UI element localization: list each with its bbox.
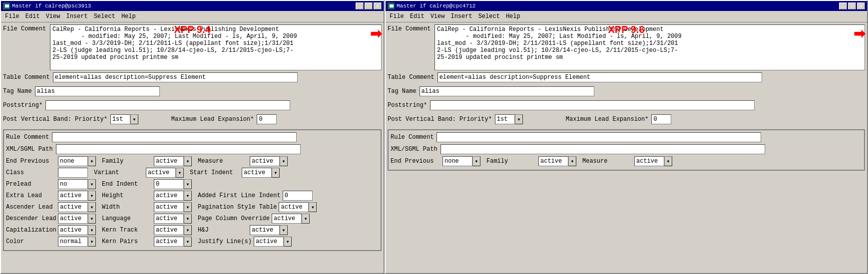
left-variant-dropdown[interactable]: ▼ [146, 168, 184, 178]
left-prelead-dropdown[interactable]: ▼ [58, 179, 96, 189]
right-menu-insert[interactable]: Insert [447, 12, 475, 21]
left-width-dropdown[interactable]: ▼ [154, 202, 192, 212]
right-poststring-input[interactable] [430, 100, 755, 110]
right-minimize-btn[interactable]: _ [839, 2, 847, 9]
left-descender-arrow[interactable]: ▼ [88, 214, 96, 224]
left-justify-arrow[interactable]: ▼ [284, 237, 292, 247]
left-extra-lead-input[interactable] [58, 191, 88, 201]
left-page-col-arrow[interactable]: ▼ [302, 214, 310, 224]
right-family-dropdown[interactable]: ▼ [538, 156, 576, 166]
left-kern-track-dropdown[interactable]: ▼ [154, 225, 192, 235]
left-variant-input[interactable] [146, 168, 176, 178]
left-page-col-input[interactable] [272, 214, 302, 224]
left-class-input[interactable] [58, 168, 88, 178]
left-variant-arrow[interactable]: ▼ [176, 168, 184, 178]
left-end-indent-input[interactable] [154, 179, 184, 189]
left-height-dropdown[interactable]: ▼ [154, 191, 192, 201]
left-max-lead-input[interactable] [257, 114, 277, 124]
right-end-previous-arrow[interactable]: ▼ [472, 156, 480, 166]
left-pagination-input[interactable] [279, 202, 309, 212]
right-max-lead-input[interactable] [651, 114, 671, 124]
left-post-vertical-arrow[interactable]: ▼ [130, 114, 138, 124]
left-prelead-arrow[interactable]: ▼ [88, 179, 96, 189]
right-tag-name-input[interactable] [420, 86, 594, 96]
left-color-arrow[interactable]: ▼ [88, 237, 96, 247]
left-prelead-input[interactable] [58, 179, 88, 189]
right-family-arrow[interactable]: ▼ [568, 156, 576, 166]
left-menu-file[interactable]: File [2, 12, 22, 21]
left-kern-pairs-arrow[interactable]: ▼ [184, 237, 192, 247]
right-table-comment-input[interactable] [437, 72, 762, 82]
left-end-previous-dropdown[interactable]: ▼ [58, 156, 96, 166]
right-close-btn[interactable]: ✕ [857, 2, 865, 9]
left-page-col-dropdown[interactable]: ▼ [272, 214, 310, 224]
left-menu-help[interactable]: Help [118, 12, 139, 21]
left-width-input[interactable] [154, 202, 184, 212]
right-measure-arrow[interactable]: ▼ [664, 156, 672, 166]
left-ascender-dropdown[interactable]: ▼ [58, 202, 96, 212]
right-rule-comment-input[interactable] [436, 132, 761, 142]
left-language-dropdown[interactable]: ▼ [154, 214, 192, 224]
right-family-input[interactable] [538, 156, 568, 166]
left-close-btn[interactable]: ✕ [374, 2, 382, 9]
left-ascender-input[interactable] [58, 202, 88, 212]
left-color-dropdown[interactable]: ▼ [58, 237, 96, 247]
left-width-arrow[interactable]: ▼ [184, 202, 192, 212]
left-extra-lead-dropdown[interactable]: ▼ [58, 191, 96, 201]
left-kern-track-arrow[interactable]: ▼ [184, 225, 192, 235]
left-family-dropdown[interactable]: ▼ [154, 156, 192, 166]
left-hj-arrow[interactable]: ▼ [280, 225, 288, 235]
left-descender-dropdown[interactable]: ▼ [58, 214, 96, 224]
left-color-input[interactable] [58, 237, 88, 247]
left-menu-insert[interactable]: Insert [63, 12, 90, 21]
left-pagination-dropdown[interactable]: ▼ [279, 202, 317, 212]
right-post-vertical-arrow[interactable]: ▼ [515, 114, 523, 124]
right-post-vertical-dropdown[interactable]: ▼ [495, 114, 523, 124]
left-end-indent-arrow[interactable]: ▼ [184, 179, 192, 189]
left-post-vertical-dropdown[interactable]: ▼ [110, 114, 138, 124]
left-kern-pairs-input[interactable] [154, 237, 184, 247]
left-start-indent-input[interactable] [242, 168, 272, 178]
right-end-previous-input[interactable] [442, 156, 472, 166]
right-measure-dropdown[interactable]: ▼ [634, 156, 672, 166]
left-capitalization-arrow[interactable]: ▼ [88, 225, 96, 235]
right-menu-file[interactable]: File [387, 12, 407, 21]
right-maximize-btn[interactable]: □ [848, 2, 856, 9]
right-menu-view[interactable]: View [428, 12, 448, 21]
right-menu-edit[interactable]: Edit [407, 12, 428, 21]
right-end-previous-dropdown[interactable]: ▼ [442, 156, 480, 166]
left-end-previous-arrow[interactable]: ▼ [88, 156, 96, 166]
left-justify-dropdown[interactable]: ▼ [254, 237, 292, 247]
left-maximize-btn[interactable]: □ [365, 2, 373, 9]
right-post-vertical-input[interactable] [495, 114, 515, 124]
left-menu-select[interactable]: Select [91, 12, 118, 21]
right-menu-select[interactable]: Select [475, 12, 503, 21]
left-poststring-input[interactable] [45, 100, 290, 110]
left-descender-input[interactable] [58, 214, 88, 224]
left-end-previous-input[interactable] [58, 156, 88, 166]
left-post-vertical-input[interactable] [110, 114, 130, 124]
left-measure-input[interactable] [250, 156, 280, 166]
left-capitalization-input[interactable] [58, 225, 88, 235]
left-capitalization-dropdown[interactable]: ▼ [58, 225, 96, 235]
left-start-indent-arrow[interactable]: ▼ [272, 168, 280, 178]
left-rule-comment-input[interactable] [52, 132, 297, 142]
left-language-input[interactable] [154, 214, 184, 224]
left-kern-pairs-dropdown[interactable]: ▼ [154, 237, 192, 247]
left-kern-track-input[interactable] [154, 225, 184, 235]
right-file-comment-input[interactable]: CalRep - California Reports - LexisNexis… [434, 24, 865, 70]
left-extra-lead-arrow[interactable]: ▼ [88, 191, 96, 201]
left-menu-view[interactable]: View [43, 12, 63, 21]
left-height-arrow[interactable]: ▼ [184, 191, 192, 201]
left-table-comment-input[interactable] [53, 72, 298, 82]
right-xml-input[interactable] [440, 144, 765, 154]
left-xml-input[interactable] [56, 144, 301, 154]
right-measure-input[interactable] [634, 156, 664, 166]
left-hj-input[interactable] [250, 225, 280, 235]
left-hj-dropdown[interactable]: ▼ [250, 225, 288, 235]
left-pagination-arrow[interactable]: ▼ [309, 202, 317, 212]
left-file-comment-input[interactable]: CalRep - California Reports - LexisNexis… [50, 24, 382, 70]
left-justify-input[interactable] [254, 237, 284, 247]
left-measure-arrow[interactable]: ▼ [280, 156, 288, 166]
left-family-input[interactable] [154, 156, 184, 166]
